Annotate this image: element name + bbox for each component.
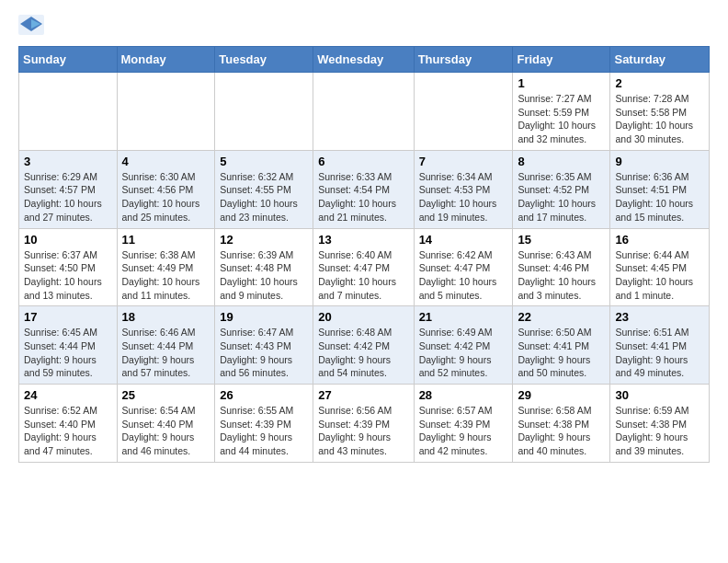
- day-number: 14: [419, 233, 508, 247]
- day-info: Sunrise: 6:39 AM Sunset: 4:48 PM Dayligh…: [220, 248, 308, 303]
- week-row-1: 3Sunrise: 6:29 AM Sunset: 4:57 PM Daylig…: [19, 150, 710, 228]
- week-row-3: 17Sunrise: 6:45 AM Sunset: 4:44 PM Dayli…: [19, 306, 710, 385]
- day-info: Sunrise: 6:36 AM Sunset: 4:51 PM Dayligh…: [615, 170, 704, 224]
- day-info: Sunrise: 6:33 AM Sunset: 4:54 PM Dayligh…: [318, 170, 408, 224]
- calendar-table: SundayMondayTuesdayWednesdayThursdayFrid…: [18, 46, 710, 463]
- day-number: 24: [24, 388, 112, 402]
- logo: [18, 15, 48, 35]
- day-info: Sunrise: 6:35 AM Sunset: 4:52 PM Dayligh…: [518, 170, 605, 224]
- header-day-wednesday: Wednesday: [313, 47, 414, 73]
- calendar-cell: 29Sunrise: 6:58 AM Sunset: 4:38 PM Dayli…: [513, 385, 610, 463]
- day-info: Sunrise: 6:52 AM Sunset: 4:40 PM Dayligh…: [24, 404, 112, 458]
- calendar-cell: 2Sunrise: 7:28 AM Sunset: 5:58 PM Daylig…: [610, 73, 710, 151]
- day-info: Sunrise: 7:28 AM Sunset: 5:58 PM Dayligh…: [615, 92, 704, 146]
- calendar-cell: 22Sunrise: 6:50 AM Sunset: 4:41 PM Dayli…: [513, 306, 610, 385]
- calendar-cell: 24Sunrise: 6:52 AM Sunset: 4:40 PM Dayli…: [19, 385, 118, 463]
- calendar-cell: 8Sunrise: 6:35 AM Sunset: 4:52 PM Daylig…: [513, 150, 610, 228]
- day-number: 1: [518, 76, 605, 90]
- day-number: 27: [318, 388, 408, 402]
- calendar-cell: 30Sunrise: 6:59 AM Sunset: 4:38 PM Dayli…: [610, 385, 710, 463]
- day-info: Sunrise: 6:57 AM Sunset: 4:39 PM Dayligh…: [419, 404, 508, 458]
- day-info: Sunrise: 6:45 AM Sunset: 4:44 PM Dayligh…: [24, 326, 112, 380]
- calendar-cell: 6Sunrise: 6:33 AM Sunset: 4:54 PM Daylig…: [313, 150, 414, 228]
- day-number: 17: [24, 310, 112, 324]
- day-number: 29: [518, 388, 605, 402]
- day-number: 16: [615, 233, 704, 247]
- header-day-monday: Monday: [117, 47, 215, 73]
- day-number: 15: [518, 233, 605, 247]
- header-day-sunday: Sunday: [19, 47, 118, 73]
- calendar-cell: 28Sunrise: 6:57 AM Sunset: 4:39 PM Dayli…: [414, 385, 513, 463]
- day-info: Sunrise: 6:56 AM Sunset: 4:39 PM Dayligh…: [318, 404, 408, 458]
- calendar-cell: [117, 73, 215, 151]
- calendar-cell: 25Sunrise: 6:54 AM Sunset: 4:40 PM Dayli…: [117, 385, 215, 463]
- day-number: 21: [419, 310, 508, 324]
- calendar-cell: 9Sunrise: 6:36 AM Sunset: 4:51 PM Daylig…: [610, 150, 710, 228]
- day-number: 25: [122, 388, 210, 402]
- calendar-cell: 18Sunrise: 6:46 AM Sunset: 4:44 PM Dayli…: [117, 306, 215, 385]
- day-number: 5: [220, 155, 308, 168]
- day-number: 11: [122, 233, 210, 247]
- day-info: Sunrise: 6:38 AM Sunset: 4:49 PM Dayligh…: [122, 248, 210, 303]
- header-day-friday: Friday: [513, 47, 610, 73]
- day-number: 26: [220, 388, 308, 402]
- header-day-saturday: Saturday: [610, 47, 710, 73]
- day-number: 23: [615, 310, 704, 324]
- week-row-0: 1Sunrise: 7:27 AM Sunset: 5:59 PM Daylig…: [19, 73, 710, 151]
- calendar-cell: 10Sunrise: 6:37 AM Sunset: 4:50 PM Dayli…: [19, 228, 118, 306]
- day-number: 19: [220, 310, 308, 324]
- calendar-cell: 16Sunrise: 6:44 AM Sunset: 4:45 PM Dayli…: [610, 228, 710, 306]
- day-info: Sunrise: 6:34 AM Sunset: 4:53 PM Dayligh…: [419, 170, 508, 224]
- calendar-cell: 17Sunrise: 6:45 AM Sunset: 4:44 PM Dayli…: [19, 306, 118, 385]
- calendar-cell: 20Sunrise: 6:48 AM Sunset: 4:42 PM Dayli…: [313, 306, 414, 385]
- day-number: 13: [318, 233, 408, 247]
- calendar-cell: 7Sunrise: 6:34 AM Sunset: 4:53 PM Daylig…: [414, 150, 513, 228]
- day-number: 22: [518, 310, 605, 324]
- day-number: 4: [122, 155, 210, 168]
- day-info: Sunrise: 6:40 AM Sunset: 4:47 PM Dayligh…: [318, 248, 408, 303]
- day-info: Sunrise: 6:43 AM Sunset: 4:46 PM Dayligh…: [518, 248, 605, 303]
- calendar-cell: [414, 73, 513, 151]
- day-number: 20: [318, 310, 408, 324]
- day-info: Sunrise: 6:30 AM Sunset: 4:56 PM Dayligh…: [122, 170, 210, 224]
- day-info: Sunrise: 6:42 AM Sunset: 4:47 PM Dayligh…: [419, 248, 508, 303]
- calendar-cell: 19Sunrise: 6:47 AM Sunset: 4:43 PM Dayli…: [215, 306, 313, 385]
- calendar-cell: [19, 73, 118, 151]
- calendar-cell: 1Sunrise: 7:27 AM Sunset: 5:59 PM Daylig…: [513, 73, 610, 151]
- day-info: Sunrise: 6:48 AM Sunset: 4:42 PM Dayligh…: [318, 326, 408, 380]
- day-number: 28: [419, 388, 508, 402]
- day-info: Sunrise: 6:55 AM Sunset: 4:39 PM Dayligh…: [220, 404, 308, 458]
- day-info: Sunrise: 6:37 AM Sunset: 4:50 PM Dayligh…: [24, 248, 112, 303]
- day-number: 10: [24, 233, 112, 247]
- day-info: Sunrise: 6:54 AM Sunset: 4:40 PM Dayligh…: [122, 404, 210, 458]
- day-number: 7: [419, 155, 508, 168]
- calendar-cell: 3Sunrise: 6:29 AM Sunset: 4:57 PM Daylig…: [19, 150, 118, 228]
- day-info: Sunrise: 7:27 AM Sunset: 5:59 PM Dayligh…: [518, 92, 605, 146]
- header: [18, 15, 710, 35]
- header-row: SundayMondayTuesdayWednesdayThursdayFrid…: [19, 47, 710, 73]
- day-number: 9: [615, 155, 704, 168]
- header-day-tuesday: Tuesday: [215, 47, 313, 73]
- calendar-cell: 23Sunrise: 6:51 AM Sunset: 4:41 PM Dayli…: [610, 306, 710, 385]
- day-info: Sunrise: 6:49 AM Sunset: 4:42 PM Dayligh…: [419, 326, 508, 380]
- week-row-2: 10Sunrise: 6:37 AM Sunset: 4:50 PM Dayli…: [19, 228, 710, 306]
- calendar-cell: 12Sunrise: 6:39 AM Sunset: 4:48 PM Dayli…: [215, 228, 313, 306]
- day-info: Sunrise: 6:51 AM Sunset: 4:41 PM Dayligh…: [615, 326, 704, 380]
- calendar-body: 1Sunrise: 7:27 AM Sunset: 5:59 PM Daylig…: [19, 73, 710, 463]
- calendar-cell: 27Sunrise: 6:56 AM Sunset: 4:39 PM Dayli…: [313, 385, 414, 463]
- calendar-cell: 26Sunrise: 6:55 AM Sunset: 4:39 PM Dayli…: [215, 385, 313, 463]
- calendar-cell: 21Sunrise: 6:49 AM Sunset: 4:42 PM Dayli…: [414, 306, 513, 385]
- day-number: 2: [615, 76, 704, 90]
- calendar-header: SundayMondayTuesdayWednesdayThursdayFrid…: [19, 47, 710, 73]
- day-info: Sunrise: 6:32 AM Sunset: 4:55 PM Dayligh…: [220, 170, 308, 224]
- calendar-cell: 13Sunrise: 6:40 AM Sunset: 4:47 PM Dayli…: [313, 228, 414, 306]
- day-info: Sunrise: 6:50 AM Sunset: 4:41 PM Dayligh…: [518, 326, 605, 380]
- day-number: 30: [615, 388, 704, 402]
- calendar-cell: 5Sunrise: 6:32 AM Sunset: 4:55 PM Daylig…: [215, 150, 313, 228]
- logo-icon: [18, 15, 44, 35]
- calendar-cell: 15Sunrise: 6:43 AM Sunset: 4:46 PM Dayli…: [513, 228, 610, 306]
- day-number: 6: [318, 155, 408, 168]
- day-info: Sunrise: 6:59 AM Sunset: 4:38 PM Dayligh…: [615, 404, 704, 458]
- day-info: Sunrise: 6:58 AM Sunset: 4:38 PM Dayligh…: [518, 404, 605, 458]
- calendar-cell: 4Sunrise: 6:30 AM Sunset: 4:56 PM Daylig…: [117, 150, 215, 228]
